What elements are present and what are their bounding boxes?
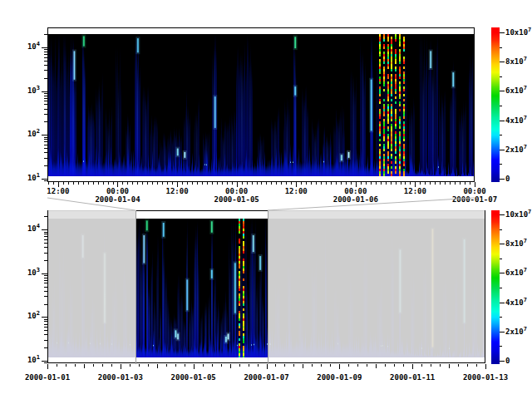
axis-tick [44,347,47,348]
dimmed-region-left [48,210,135,357]
axis-tick [113,182,114,185]
axis-tick [475,182,475,187]
axis-tick [111,364,112,367]
axis-tick [44,121,47,122]
x-axis-date-label: 2000-01-03 [98,373,143,382]
x-axis-date-label: 2000-01-06 [333,195,378,204]
colorbar-tick-label: 0 [505,175,510,183]
highlight-right-border [268,210,268,364]
axis-tick [500,303,505,303]
axis-tick [257,182,258,185]
axis-tick [252,182,253,185]
x-axis-date-label: 2000-01-13 [463,373,508,382]
axis-tick [166,364,167,367]
axis-tick [485,364,486,369]
axis-tick [232,182,233,185]
axis-tick [44,180,47,181]
x-axis-date-label: 2000-01-11 [390,373,435,382]
detail-heatmap-canvas[interactable] [48,34,475,176]
y-axis-tick-label: 103 [10,86,40,95]
y-axis-tick-label: 104 [10,224,40,233]
y-axis-tick-label: 101 [10,174,40,182]
axis-tick [348,364,349,367]
axis-tick [44,275,47,276]
axis-tick [321,182,322,185]
y-axis-tick-label: 102 [10,312,40,320]
axis-tick [83,182,84,185]
axis-tick [42,47,47,48]
axis-tick [291,182,292,185]
axis-tick [142,182,143,185]
x-axis-time-label: 00:00 [225,187,248,195]
axis-tick [75,364,76,367]
axis-tick [227,182,228,185]
axis-tick [44,232,47,233]
axis-tick [500,91,505,91]
axis-tick [192,182,193,185]
axis-tick [431,364,431,367]
axis-tick [44,98,47,99]
axis-tick [47,364,48,369]
axis-tick [88,182,89,185]
colorbar-tick-label: 4x107 [505,298,527,307]
axis-tick [357,364,358,367]
axis-tick [42,91,47,92]
axis-tick [44,148,47,149]
axis-tick [42,135,47,135]
colorbar-tick-label: 6x107 [505,86,527,95]
axis-tick [237,182,238,187]
plot-window: 10110210310410110210310412:0000:002000-0… [0,0,532,399]
axis-tick [152,182,153,185]
axis-tick [381,182,382,185]
axis-tick [276,182,277,185]
axis-tick [293,364,294,367]
axis-tick [465,182,466,185]
axis-tick [412,364,413,369]
dimmed-region-right [268,210,485,357]
axis-tick [44,278,47,278]
colorbar-tick-label: 4x107 [505,116,527,125]
axis-tick [63,182,64,185]
axis-tick [330,364,331,367]
axis-tick [222,182,223,185]
axis-tick [44,304,47,305]
axis-tick [311,182,312,185]
axis-tick [44,239,47,240]
axis-tick [44,65,47,66]
axis-tick [175,364,176,367]
axis-tick [147,182,148,185]
axis-tick [455,182,456,185]
axis-tick [401,182,401,185]
axis-tick [500,259,502,259]
colorbar-tick-label: 8x107 [505,239,527,248]
axis-tick [102,364,103,367]
colorbar-tick-label: 2x107 [505,145,527,154]
axis-tick [44,253,47,254]
axis-tick [356,182,357,187]
axis-tick [500,106,502,106]
y-axis-tick-label: 104 [10,42,40,51]
axis-tick [212,182,213,185]
axis-tick [177,182,178,187]
axis-tick [44,109,47,110]
axis-tick [460,182,461,185]
colorbar-tick-label: 2x107 [505,328,527,336]
axis-tick [172,182,173,185]
axis-tick [44,139,47,140]
axis-tick [202,182,203,185]
axis-tick [44,216,47,217]
overview-colorbar [491,210,500,364]
x-axis-time-label: 12:00 [285,187,308,195]
axis-tick [296,182,297,187]
axis-tick [339,364,340,369]
axis-tick [331,182,332,185]
highlight-region[interactable] [135,210,268,364]
axis-tick [185,364,185,367]
x-axis-time-label: 00:00 [344,187,367,195]
axis-tick [450,182,451,185]
axis-tick [500,361,505,362]
x-axis-date-label: 2000-01-07 [244,373,288,382]
axis-tick [98,182,99,185]
axis-tick [500,288,502,288]
axis-tick [500,76,502,77]
